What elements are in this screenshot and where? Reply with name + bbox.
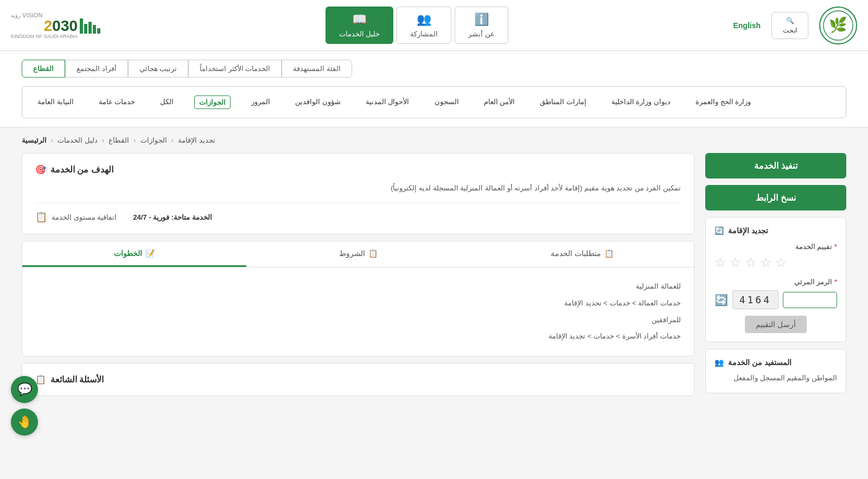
sla-title-text: اتفاقية مستوى الخدمة bbox=[52, 213, 117, 221]
nav-item-about[interactable]: ℹ️ عن أبشر bbox=[455, 7, 508, 44]
sub-tabs-container: وزارة الحج والعمرة ديوان وزارة الداخلية … bbox=[22, 86, 846, 118]
vision-030: 030 bbox=[52, 17, 78, 34]
hand-float-icon: 🤚 bbox=[17, 415, 32, 418]
tab-steps[interactable]: 📝 الخطوات bbox=[22, 241, 246, 267]
bar2 bbox=[93, 25, 96, 34]
tab-requirements-label: متطلبات الخدمة bbox=[551, 249, 601, 258]
tab-content-steps: للعمالة المنزلية خدمات العمالة > خدمات >… bbox=[22, 267, 694, 356]
step-item-2: خدمات العمالة > خدمات > تجديد الإقامة bbox=[35, 295, 681, 312]
chat-float-button[interactable]: 💬 bbox=[11, 376, 38, 403]
breadcrumb-section: تجديد الإقامة › الجوازات › القطاع › دليل… bbox=[0, 127, 868, 153]
breadcrumb-tajdid[interactable]: تجديد الإقامة bbox=[178, 136, 215, 144]
step-item-1: للعمالة المنزلية bbox=[35, 278, 681, 295]
nav-item-khidmat[interactable]: 📖 خليل الخدمات bbox=[326, 7, 394, 44]
captcha-title-text: الرمز المرئي bbox=[794, 278, 833, 286]
execute-service-button[interactable]: تنفيذ الخدمة bbox=[705, 153, 846, 178]
sector-tab-akthar[interactable]: الخدمات الأكثر استخداماً bbox=[188, 60, 282, 78]
star-2[interactable]: ☆ bbox=[730, 255, 742, 270]
sub-tab-sujun[interactable]: السجون bbox=[430, 95, 463, 109]
english-button[interactable]: English bbox=[733, 21, 761, 30]
sub-tab-khadamat[interactable]: خدمات عامة bbox=[94, 95, 140, 109]
sector-tab-afrad[interactable]: أفراد المجتمع bbox=[65, 60, 128, 78]
rating-title-text: تقييم الخدمة bbox=[795, 242, 833, 251]
breadcrumb-sep4: › bbox=[171, 136, 174, 144]
search-button[interactable]: 🔍 ابحث bbox=[771, 12, 808, 39]
tabs-header: 📋 متطلبات الخدمة 📋 الشروط 📝 الخطوات bbox=[22, 241, 694, 267]
vision-2030-logo: VISION رؤية 2030 KINGDOM OF SAUDI ARABIA bbox=[11, 12, 100, 39]
sub-tab-hajj[interactable]: وزارة الحج والعمرة bbox=[691, 95, 755, 109]
nav-about-label: عن أبشر bbox=[468, 30, 495, 38]
rating-section: * تقييم الخدمة ☆ ☆ ☆ ☆ ☆ bbox=[714, 242, 837, 270]
sla-icon: 📋 bbox=[35, 211, 47, 223]
captcha-section: * الرمز المرئي 4164 🔄 bbox=[714, 278, 837, 309]
about-icon: ℹ️ bbox=[474, 12, 489, 27]
faq-card: الأسئلة الشائعة 📋 bbox=[22, 363, 694, 396]
sla-availability: الخدمة متاحة: فورية - 24/7 bbox=[133, 213, 212, 221]
vision-year: 2030 bbox=[11, 18, 78, 34]
captcha-required-star: * bbox=[834, 278, 837, 286]
captcha-image: 4164 bbox=[732, 290, 778, 309]
breadcrumb-sep1: › bbox=[51, 136, 53, 144]
header: 🌿 🔍 ابحث English ℹ️ عن أبشر 👥 المشاركة 📖… bbox=[0, 0, 868, 51]
star-rating[interactable]: ☆ ☆ ☆ ☆ ☆ bbox=[714, 255, 837, 270]
breadcrumb-home[interactable]: الرئيسية bbox=[22, 136, 47, 144]
musharaka-icon: 👥 bbox=[417, 12, 431, 27]
star-1[interactable]: ☆ bbox=[714, 255, 726, 270]
sector-tab-tartib[interactable]: ترتيب هجائي bbox=[128, 60, 189, 78]
breadcrumb-qitaa[interactable]: القطاع bbox=[108, 136, 129, 144]
sub-tab-shuun[interactable]: شؤون الوافدين bbox=[291, 95, 345, 109]
sub-tab-amn[interactable]: الأمن العام bbox=[480, 95, 520, 109]
floating-buttons: 💬 🤚 bbox=[11, 376, 38, 418]
sla-row: الخدمة متاحة: فورية - 24/7 اتفاقية مستوى… bbox=[35, 203, 681, 223]
khidmat-icon: 📖 bbox=[352, 12, 367, 27]
tab-requirements[interactable]: 📋 متطلبات الخدمة bbox=[470, 241, 694, 267]
breadcrumb: تجديد الإقامة › الجوازات › القطاع › دليل… bbox=[22, 136, 215, 144]
tab-conditions[interactable]: 📋 الشروط bbox=[246, 241, 470, 267]
beneficiary-icon: 👥 bbox=[714, 358, 724, 367]
breadcrumb-sep2: › bbox=[102, 136, 104, 144]
sub-tab-kull[interactable]: الكل bbox=[156, 95, 178, 109]
renewal-label: تجديد الإقامة bbox=[728, 226, 768, 235]
sidebar: تنفيذ الخدمة نسخ الرابط تجديد الإقامة 🔄 … bbox=[705, 153, 846, 396]
renewal-card-title: تجديد الإقامة 🔄 bbox=[714, 226, 837, 235]
beneficiary-card: المستفيد من الخدمة 👥 المواطن والمقيم الم… bbox=[705, 349, 846, 393]
beneficiary-label: المستفيد من الخدمة bbox=[728, 358, 792, 367]
sub-tab-diwan[interactable]: ديوان وزارة الداخلية bbox=[607, 95, 675, 109]
sector-tab-qitaa[interactable]: القطاع bbox=[22, 60, 65, 78]
sector-tab-fia[interactable]: الفئة المستهدفة bbox=[282, 60, 352, 78]
sub-tab-ahwal[interactable]: الأحوال المدنية bbox=[361, 95, 414, 109]
search-label: ابحث bbox=[783, 27, 797, 34]
bar3 bbox=[88, 22, 92, 34]
sla-title-item: اتفاقية مستوى الخدمة 📋 bbox=[35, 211, 117, 223]
header-left: 🌿 🔍 ابحث English bbox=[733, 7, 857, 44]
bar1 bbox=[97, 28, 100, 34]
step-item-3: للمرافقين bbox=[35, 312, 681, 329]
sector-tabs: الفئة المستهدفة الخدمات الأكثر استخداماً… bbox=[22, 60, 846, 78]
sub-tab-imaarat[interactable]: إمارات المناطق bbox=[535, 95, 591, 109]
sub-tab-murur[interactable]: المرور bbox=[247, 95, 275, 109]
star-5[interactable]: ☆ bbox=[775, 255, 787, 270]
breadcrumb-jawazat[interactable]: الجوازات bbox=[141, 136, 167, 144]
breadcrumb-khidmat[interactable]: دليل الخدمات bbox=[58, 136, 98, 144]
breadcrumb-sep3: › bbox=[133, 136, 136, 144]
nav-item-musharaka[interactable]: 👥 المشاركة bbox=[397, 7, 451, 44]
submit-rating-button[interactable]: أرسل التقييم bbox=[745, 316, 807, 333]
rating-label: * تقييم الخدمة bbox=[714, 242, 837, 251]
captcha-input[interactable] bbox=[783, 292, 837, 308]
star-3[interactable]: ☆ bbox=[745, 255, 757, 270]
sub-tab-niyaba[interactable]: النيابة العامة bbox=[33, 95, 78, 109]
copy-link-button[interactable]: نسخ الرابط bbox=[705, 185, 846, 210]
goal-text: تمكين الفرد من تجديد هوية مقيم (إقامة لأ… bbox=[35, 182, 681, 194]
sla-availability-value: الخدمة متاحة: فورية - 24/7 bbox=[133, 213, 212, 221]
star-4[interactable]: ☆ bbox=[760, 255, 772, 270]
captcha-refresh-icon[interactable]: 🔄 bbox=[714, 293, 728, 306]
captcha-row: 4164 🔄 bbox=[714, 290, 837, 309]
nav-tabs-section: الفئة المستهدفة الخدمات الأكثر استخداماً… bbox=[0, 51, 868, 127]
chat-float-icon: 💬 bbox=[17, 382, 32, 397]
renewal-icon: 🔄 bbox=[714, 226, 724, 235]
steps-icon: 📝 bbox=[145, 249, 155, 258]
conditions-icon: 📋 bbox=[368, 249, 378, 258]
sub-tab-jawazat[interactable]: الجوازات bbox=[194, 95, 231, 109]
search-icon: 🔍 bbox=[786, 17, 794, 24]
hand-float-button[interactable]: 🤚 bbox=[11, 408, 38, 418]
